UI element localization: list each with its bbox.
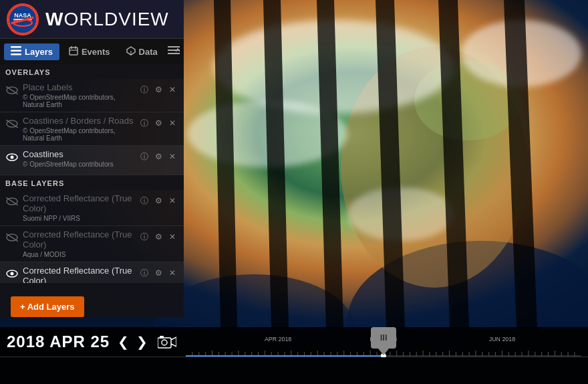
layer-coastlines-name: Coastlines bbox=[23, 149, 134, 159]
layer-corrected-suomi-source: Suomi NPP / VIIRS bbox=[23, 215, 134, 222]
svg-rect-44 bbox=[160, 336, 164, 339]
layer-coastlines-actions: ⓘ ⚙ ✕ bbox=[138, 151, 178, 163]
svg-rect-20 bbox=[11, 50, 21, 52]
layer-coastlines-borders-source: © OpenStreetMap contributors, Natural Ea… bbox=[23, 127, 134, 142]
layer-coastlines-borders-name: Coastlines / Borders / Roads bbox=[23, 116, 134, 126]
tab-events-label: Events bbox=[82, 47, 110, 57]
layer-visibility-suomi[interactable] bbox=[5, 195, 19, 208]
layer-suomi-actions: ⓘ ⚙ ✕ bbox=[138, 195, 178, 207]
add-layers-button[interactable]: + Add Layers bbox=[11, 296, 84, 317]
app-title: WORLDVIEW bbox=[45, 9, 169, 30]
layer-visibility-aqua[interactable] bbox=[5, 231, 19, 244]
layer-remove-btn-5[interactable]: ✕ bbox=[166, 231, 178, 243]
layer-settings-btn-3[interactable]: ⚙ bbox=[152, 151, 164, 163]
layer-corrected-aqua-info: Corrected Reflectance (True Color) Aqua … bbox=[23, 229, 134, 258]
layer-coastlines-info: Coastlines © OpenStreetMap contributors bbox=[23, 149, 134, 168]
svg-text:NASA: NASA bbox=[14, 12, 31, 19]
layer-coastlines-borders-actions: ⓘ ⚙ ✕ bbox=[138, 117, 178, 129]
svg-text:JUN 2018: JUN 2018 bbox=[489, 335, 515, 342]
layer-corrected-aqua: Corrected Reflectance (True Color) Aqua … bbox=[0, 226, 184, 262]
layer-visibility-place-labels[interactable] bbox=[5, 84, 19, 97]
layer-remove-btn-3[interactable]: ✕ bbox=[166, 151, 178, 163]
tab-layers-label: Layers bbox=[25, 47, 53, 57]
layer-place-labels: Place Labels © OpenStreetMap contributor… bbox=[0, 79, 184, 112]
base-layers-header: BASE LAYERS bbox=[0, 175, 184, 190]
title-w: W bbox=[45, 9, 63, 29]
timeline-scrubber[interactable]: III bbox=[371, 327, 396, 355]
scrubber-handle[interactable]: III bbox=[371, 327, 396, 349]
layer-settings-btn-4[interactable]: ⚙ bbox=[152, 195, 164, 207]
camera-button[interactable] bbox=[155, 330, 179, 354]
tab-data-label: Data bbox=[139, 47, 158, 57]
layers-icon bbox=[11, 46, 21, 58]
layer-place-labels-actions: ⓘ ⚙ ✕ bbox=[138, 84, 178, 96]
tab-data[interactable]: Data bbox=[120, 43, 164, 60]
layer-coastlines-borders: Coastlines / Borders / Roads © OpenStree… bbox=[0, 112, 184, 146]
date-prev-button[interactable]: ❮ bbox=[114, 332, 132, 351]
svg-text:APR 2018: APR 2018 bbox=[265, 335, 291, 342]
layer-aqua-actions: ⓘ ⚙ ✕ bbox=[138, 231, 178, 243]
layer-place-labels-info: Place Labels © OpenStreetMap contributor… bbox=[23, 82, 134, 108]
nasa-logo: NASA bbox=[7, 3, 39, 35]
timeline-ruler: DAYS bbox=[186, 327, 581, 357]
layer-remove-btn-6[interactable]: ✕ bbox=[166, 267, 178, 279]
date-display: 2018 APR 25 bbox=[7, 332, 110, 351]
layer-place-labels-source: © OpenStreetMap contributors, Natural Ea… bbox=[23, 94, 134, 108]
app-header: NASA WORLDVIEW bbox=[0, 0, 184, 39]
layer-info-btn-4[interactable]: ⓘ bbox=[138, 195, 150, 207]
layer-corrected-terra-info: Corrected Reflectance (True Color) Terra… bbox=[23, 266, 134, 283]
layer-coastlines: Coastlines © OpenStreetMap contributors … bbox=[0, 146, 184, 175]
sidebar-panel: NASA WORLDVIEW Layers Events Data bbox=[0, 0, 184, 318]
layer-settings-btn-6[interactable]: ⚙ bbox=[152, 267, 164, 279]
svg-point-43 bbox=[162, 340, 167, 345]
layer-corrected-suomi-info: Corrected Reflectance (True Color) Suomi… bbox=[23, 193, 134, 222]
layer-info-btn-3[interactable]: ⓘ bbox=[138, 151, 150, 163]
collapse-button[interactable] bbox=[168, 45, 180, 58]
scrubber-label: III bbox=[380, 332, 388, 343]
layer-visibility-coastlines[interactable] bbox=[5, 151, 19, 164]
layer-remove-btn-2[interactable]: ✕ bbox=[166, 117, 178, 129]
svg-line-33 bbox=[6, 120, 18, 128]
svg-line-31 bbox=[6, 86, 18, 94]
timeline: 2018 APR 25 ❮ ❯ DAYS bbox=[0, 327, 588, 384]
layer-place-labels-name: Place Labels bbox=[23, 82, 134, 92]
layer-corrected-aqua-name: Corrected Reflectance (True Color) bbox=[23, 229, 134, 250]
timeline-top: 2018 APR 25 ❮ ❯ DAYS bbox=[0, 327, 588, 357]
overlays-header: OVERLAYS bbox=[0, 64, 184, 79]
layer-remove-btn-4[interactable]: ✕ bbox=[166, 195, 178, 207]
svg-line-39 bbox=[6, 233, 18, 242]
scrubber-arrow bbox=[378, 349, 389, 355]
layer-remove-btn[interactable]: ✕ bbox=[166, 84, 178, 96]
layer-corrected-suomi: Corrected Reflectance (True Color) Suomi… bbox=[0, 190, 184, 226]
layer-settings-btn-2[interactable]: ⚙ bbox=[152, 117, 164, 129]
svg-line-37 bbox=[6, 197, 18, 205]
tab-events[interactable]: Events bbox=[62, 43, 117, 60]
events-icon bbox=[69, 46, 78, 58]
date-next-button[interactable]: ❯ bbox=[132, 332, 151, 351]
layers-panel: OVERLAYS Place Labels © OpenStreetMap co… bbox=[0, 64, 184, 283]
svg-rect-22 bbox=[69, 47, 78, 55]
layer-visibility-terra[interactable] bbox=[5, 267, 19, 280]
layer-corrected-suomi-name: Corrected Reflectance (True Color) bbox=[23, 193, 134, 213]
layer-coastlines-borders-info: Coastlines / Borders / Roads © OpenStree… bbox=[23, 116, 134, 142]
svg-point-35 bbox=[11, 156, 14, 159]
svg-point-41 bbox=[11, 272, 14, 276]
layer-corrected-aqua-source: Aqua / MODIS bbox=[23, 251, 134, 258]
svg-rect-19 bbox=[11, 46, 21, 48]
layer-terra-actions: ⓘ ⚙ ✕ bbox=[138, 267, 178, 279]
layer-info-btn-2[interactable]: ⓘ bbox=[138, 117, 150, 129]
svg-rect-21 bbox=[11, 54, 21, 56]
layer-visibility-coastlines-borders[interactable] bbox=[5, 117, 19, 130]
title-rest: ORLDVIEW bbox=[63, 9, 168, 29]
layer-info-btn[interactable]: ⓘ bbox=[138, 84, 150, 96]
svg-point-15 bbox=[9, 5, 37, 33]
tab-layers[interactable]: Layers bbox=[4, 43, 59, 60]
layer-info-btn-6[interactable]: ⓘ bbox=[138, 267, 150, 279]
layer-corrected-terra: Corrected Reflectance (True Color) Terra… bbox=[0, 262, 184, 283]
layer-settings-btn[interactable]: ⚙ bbox=[152, 84, 164, 96]
layer-coastlines-source: © OpenStreetMap contributors bbox=[23, 161, 134, 168]
layer-settings-btn-5[interactable]: ⚙ bbox=[152, 231, 164, 243]
data-icon bbox=[126, 46, 136, 58]
nav-tabs: Layers Events Data bbox=[0, 39, 184, 64]
layer-info-btn-5[interactable]: ⓘ bbox=[138, 231, 150, 243]
